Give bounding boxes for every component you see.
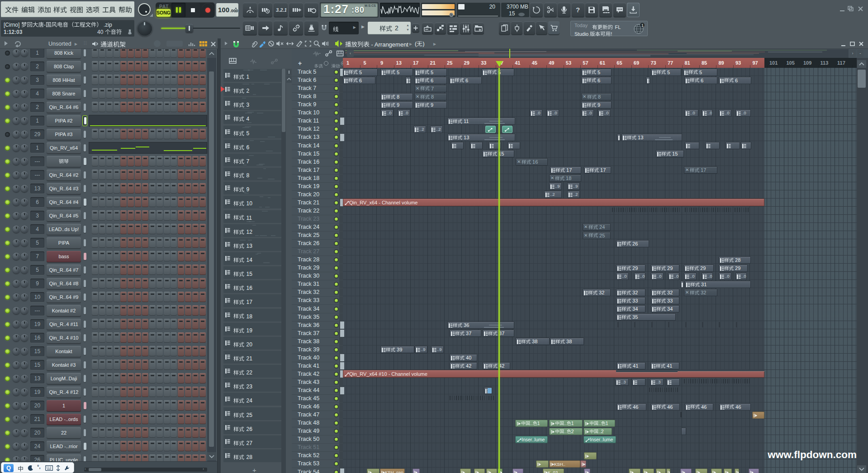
svg-text:?: ? xyxy=(576,6,580,14)
svg-text:1: 1 xyxy=(641,23,644,28)
svg-text:3.2.1: 3.2.1 xyxy=(276,7,286,13)
